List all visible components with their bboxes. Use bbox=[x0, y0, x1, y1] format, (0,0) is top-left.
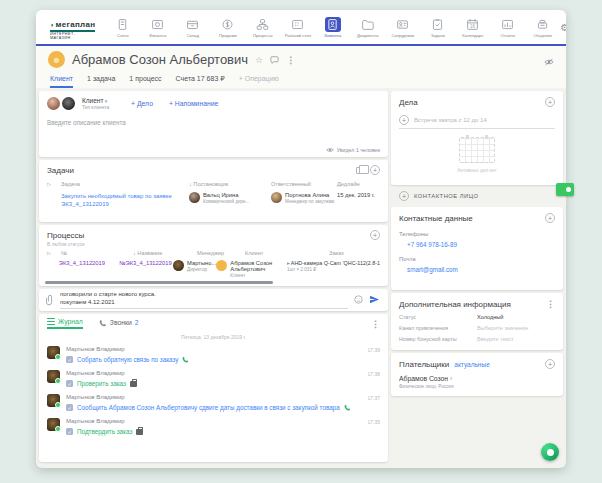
nav-item-sales[interactable]: Продажи bbox=[210, 17, 245, 38]
checkbox[interactable] bbox=[66, 428, 73, 435]
nav-item-desktop[interactable]: Рабочий стол bbox=[280, 17, 315, 38]
side-widget-button[interactable] bbox=[556, 183, 574, 196]
author-name[interactable]: Вальц Ирина bbox=[203, 192, 249, 198]
filter-icon[interactable] bbox=[47, 250, 61, 256]
phone-link[interactable]: +7 964 978-16-89 bbox=[407, 241, 555, 248]
manager-name[interactable]: Мартыно... bbox=[187, 260, 216, 266]
favorite-star-icon[interactable] bbox=[255, 55, 263, 65]
emoji-icon[interactable] bbox=[354, 295, 363, 304]
gear-icon[interactable]: ⚙ bbox=[560, 22, 566, 33]
visibility-off-icon[interactable] bbox=[544, 58, 554, 66]
tab-invoices[interactable]: Счета 17 683 ₽ bbox=[176, 75, 225, 88]
nav-item-processes[interactable]: Процессы bbox=[245, 17, 280, 38]
checkbox[interactable] bbox=[66, 404, 73, 411]
megaplan-logo[interactable]: мегаплан ИНТЕРНЕТ-МАГАЗИН bbox=[50, 14, 95, 41]
nav-item-finance[interactable]: Финансы bbox=[140, 17, 175, 38]
col-assignee[interactable]: Ответственный bbox=[271, 181, 337, 187]
tab-add-operation[interactable]: + Операцию bbox=[239, 75, 279, 88]
add-contact-person-button[interactable]: КОНТАКТНОЕ ЛИЦО bbox=[391, 188, 563, 204]
client-description-input[interactable]: Введите описание клиента bbox=[47, 119, 380, 126]
nav-item-tasks[interactable]: Задачи bbox=[420, 17, 455, 38]
nav-item-communication[interactable]: Общение bbox=[525, 17, 560, 38]
entry-task-link[interactable]: Сообщить Абрамов Созон Альбертовичу сдви… bbox=[77, 404, 340, 411]
entry-author[interactable]: Мартынов Владимир bbox=[66, 418, 143, 424]
nav-item-reports[interactable]: Отчеты bbox=[490, 17, 525, 38]
col-manager[interactable]: Менеджер bbox=[197, 250, 245, 256]
entry-author[interactable]: Мартынов Владимир bbox=[66, 346, 189, 352]
entry-task-link[interactable]: Проверить заказ bbox=[77, 380, 126, 387]
payers-title: Плательщики bbox=[399, 360, 449, 369]
filter-icon[interactable] bbox=[47, 181, 61, 187]
add-process-button[interactable] bbox=[370, 230, 380, 240]
nav-item-label: Рабочий стол bbox=[285, 33, 311, 38]
additional-menu-icon[interactable] bbox=[546, 299, 555, 309]
nav-item-label: Финансы bbox=[149, 33, 167, 38]
nav-item-clients[interactable]: Клиенты bbox=[315, 17, 350, 38]
assignee-name[interactable]: Портнова Алина bbox=[285, 192, 334, 198]
status-value[interactable]: Холодный bbox=[477, 314, 503, 320]
process-name-link[interactable]: №ЭК3_4_13122019 bbox=[119, 260, 173, 266]
entry-author[interactable]: Мартынов Владимир bbox=[66, 394, 351, 400]
chat-widget-button[interactable] bbox=[541, 443, 559, 461]
nav-item-warehouse[interactable]: Склад bbox=[175, 17, 210, 38]
col-client[interactable]: Клиент bbox=[245, 250, 329, 256]
task-row[interactable]: Закупить необходимый товар по заявке ЭК3… bbox=[47, 192, 380, 208]
checkbox[interactable] bbox=[66, 380, 73, 387]
nav-item-calendar[interactable]: 16 Календарь bbox=[455, 17, 490, 38]
email-link[interactable]: smart@gmail.com bbox=[407, 266, 555, 273]
client-type-dropdown[interactable]: Клиент bbox=[82, 97, 109, 104]
tab-journal[interactable]: Журнал bbox=[47, 318, 83, 329]
tab-processes[interactable]: 1 процесс bbox=[129, 75, 161, 88]
avatar bbox=[47, 418, 60, 431]
channel-select[interactable]: Выберите значение bbox=[477, 325, 528, 331]
nav-item-employees[interactable]: Сотрудники bbox=[385, 17, 420, 38]
send-icon[interactable] bbox=[369, 295, 380, 304]
nav-item-accounts[interactable]: Счета bbox=[105, 17, 140, 38]
clipboard-check-icon bbox=[430, 17, 446, 32]
horizontal-scrollbar[interactable] bbox=[45, 281, 273, 284]
tab-tasks[interactable]: 1 задача bbox=[87, 75, 115, 88]
process-client-name[interactable]: Абрамов Созон Альбертович bbox=[230, 260, 287, 272]
order-title[interactable]: AHD-камера Q-Cam 'QHC-112(2.8-1 bbox=[287, 260, 380, 266]
checkbox[interactable] bbox=[66, 356, 73, 363]
col-task[interactable]: Задача bbox=[61, 181, 189, 187]
col-author[interactable]: Постановщик bbox=[189, 181, 271, 187]
processes-filter[interactable]: В любом статусе bbox=[47, 242, 380, 247]
process-number-link[interactable]: ЭК3_4_13122019 bbox=[59, 260, 119, 266]
add-task-button[interactable] bbox=[370, 165, 380, 175]
columns-icon[interactable] bbox=[356, 167, 364, 174]
comment-input[interactable]: поговорили о старте нового курса. покупа… bbox=[60, 290, 348, 309]
add-deal-button[interactable] bbox=[545, 97, 555, 107]
entry-task-link[interactable]: Подтвердить заказ bbox=[77, 428, 132, 435]
desktop-icon bbox=[290, 17, 306, 32]
add-payer-button[interactable] bbox=[545, 359, 555, 369]
deals-card: Дела Встреча завтра с 12 до 14 Активных … bbox=[391, 91, 563, 185]
add-reminder-link[interactable]: + Напоминание bbox=[169, 100, 218, 107]
add-contact-button[interactable] bbox=[545, 213, 555, 223]
tasks-title: Задачи bbox=[47, 166, 74, 175]
add-deal-link[interactable]: + Дело bbox=[131, 100, 153, 107]
journal-menu-icon[interactable] bbox=[371, 319, 380, 329]
bonus-card-input[interactable]: Введите текст bbox=[477, 336, 514, 342]
col-deadline[interactable]: Дедлайн bbox=[337, 181, 380, 187]
task-link[interactable]: Закупить необходимый товар по заявке ЭК3… bbox=[61, 192, 189, 208]
tab-client[interactable]: Клиент bbox=[50, 75, 73, 88]
deals-empty-label: Активных дел нет bbox=[399, 168, 555, 173]
entry-author[interactable]: Мартынов Владимир bbox=[66, 370, 137, 376]
entry-task-link[interactable]: Собрать обратную связь по заказу bbox=[77, 356, 178, 363]
chat-bubble-icon[interactable] bbox=[270, 56, 279, 64]
col-order[interactable]: Заказ bbox=[329, 250, 380, 256]
payers-filter[interactable]: актуальные bbox=[454, 361, 540, 368]
attach-icon[interactable] bbox=[46, 294, 54, 306]
deal-quick-input[interactable]: Встреча завтра с 12 до 14 bbox=[399, 115, 555, 129]
col-name[interactable]: Название bbox=[133, 250, 197, 256]
tab-calls[interactable]: Звонки 2 bbox=[99, 319, 139, 329]
nav-item-documents[interactable]: Документы bbox=[350, 17, 385, 38]
more-menu-icon[interactable] bbox=[286, 55, 295, 65]
clients-book-icon bbox=[325, 17, 341, 32]
payer-name-link[interactable]: Абрамов Созон bbox=[399, 375, 555, 382]
task-deadline: 15 дек. 2019 г. bbox=[337, 192, 380, 198]
process-row[interactable]: ЭК3_4_13122019 №ЭК3_4_13122019 Мартыно..… bbox=[47, 260, 380, 278]
nav-items: Счета Финансы Склад Продажи Процессы bbox=[105, 17, 560, 38]
col-number[interactable]: № bbox=[61, 250, 133, 256]
